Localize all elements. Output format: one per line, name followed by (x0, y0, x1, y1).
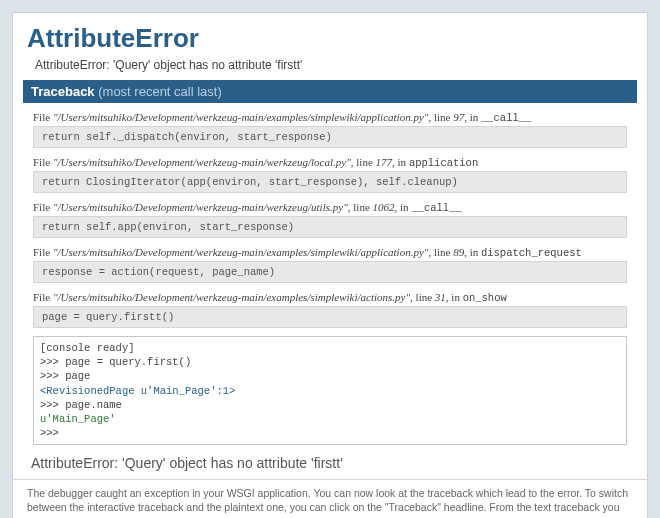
traceback-frame[interactable]: File "/Users/mitsuhiko/Development/werkz… (33, 246, 627, 283)
exception-value: AttributeError: 'Query' object has no at… (35, 58, 633, 72)
console-line: >>> page.name (40, 399, 122, 411)
traceback-frame[interactable]: File "/Users/mitsuhiko/Development/werkz… (33, 111, 627, 148)
frame-location: File "/Users/mitsuhiko/Development/werkz… (33, 201, 627, 214)
frame-location: File "/Users/mitsuhiko/Development/werkz… (33, 156, 627, 169)
console-output: <RevisionedPage u'Main_Page':1> (40, 385, 235, 397)
debug-console[interactable]: [console ready] >>> page = query.first()… (33, 336, 627, 445)
frame-code[interactable]: response = action(request, page_name) (33, 261, 627, 283)
frame-location: File "/Users/mitsuhiko/Development/werkz… (33, 111, 627, 124)
debugger-panel: AttributeError AttributeError: 'Query' o… (12, 12, 648, 518)
frame-code[interactable]: return self.app(environ, start_response) (33, 216, 627, 238)
console-line: [console ready] (40, 342, 135, 354)
frame-location: File "/Users/mitsuhiko/Development/werkz… (33, 246, 627, 259)
divider (13, 479, 647, 480)
console-output: u'Main_Page' (40, 413, 116, 425)
frame-code[interactable]: return ClosingIterator(app(environ, star… (33, 171, 627, 193)
console-prompt: >>> (40, 427, 59, 439)
traceback-frame[interactable]: File "/Users/mitsuhiko/Development/werkz… (33, 156, 627, 193)
traceback-frame[interactable]: File "/Users/mitsuhiko/Development/werkz… (33, 291, 627, 328)
traceback-frame[interactable]: File "/Users/mitsuhiko/Development/werkz… (33, 201, 627, 238)
explanation-text: The debugger caught an exception in your… (27, 486, 633, 518)
traceback-header-note: (most recent call last) (98, 84, 222, 99)
bottom-exception: AttributeError: 'Query' object has no at… (31, 455, 629, 471)
exception-title: AttributeError (27, 23, 633, 54)
traceback-header[interactable]: Traceback (most recent call last) (23, 80, 637, 103)
console-line: >>> page = query.first() (40, 356, 191, 368)
traceback-header-label: Traceback (31, 84, 95, 99)
frame-code[interactable]: page = query.firstt() (33, 306, 627, 328)
frame-location: File "/Users/mitsuhiko/Development/werkz… (33, 291, 627, 304)
frame-code[interactable]: return self._dispatch(environ, start_res… (33, 126, 627, 148)
console-line: >>> page (40, 370, 90, 382)
frames: File "/Users/mitsuhiko/Development/werkz… (27, 111, 633, 328)
